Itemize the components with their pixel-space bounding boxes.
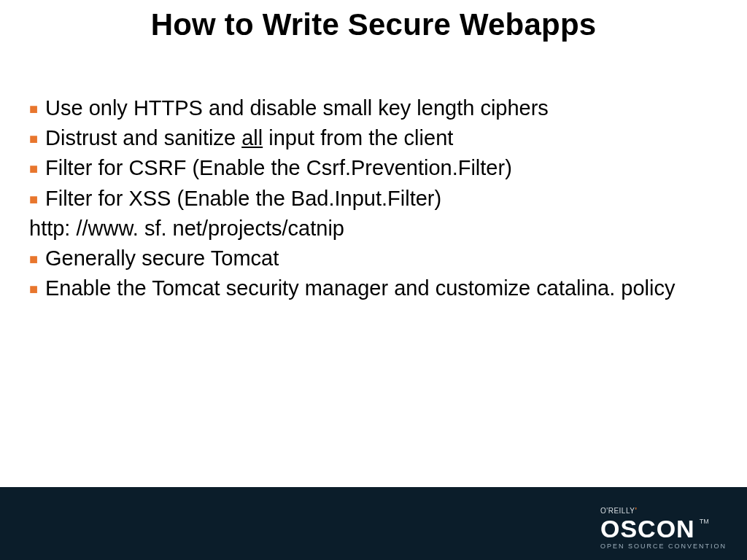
brand-row: OSCON TM (600, 516, 727, 541)
bullet-icon: ■ (29, 189, 45, 209)
bullet-icon: ■ (29, 128, 45, 149)
bullet-text: Use only HTTPS and disable small key len… (45, 96, 549, 120)
plain-text-line: http: //www. sf. net/projects/catnip (29, 214, 703, 244)
brand-block: O'REILLY' OSCON TM OPEN SOURCE CONVENTIO… (600, 507, 727, 550)
publisher-label: O'REILLY' (600, 507, 727, 515)
bullet-icon: ■ (29, 98, 45, 119)
bullet-item: ■Filter for CSRF (Enable the Csrf.Preven… (29, 153, 703, 183)
bullet-text: Filter for XSS (Enable the Bad.Input.Fil… (45, 187, 441, 210)
slide: How to Write Secure Webapps ■Use only HT… (0, 0, 747, 560)
conference-tagline: OPEN SOURCE CONVENTION (600, 542, 727, 550)
bullet-text-post: input from the client (263, 126, 453, 149)
bullet-icon: ■ (29, 249, 45, 269)
bullet-icon: ■ (29, 279, 45, 299)
slide-title: How to Write Secure Webapps (0, 7, 747, 42)
bullet-item: ■Filter for XSS (Enable the Bad.Input.Fi… (29, 184, 703, 214)
bullet-text-pre: Distrust and sanitize (45, 126, 241, 149)
publisher-text: O'REILLY (600, 507, 635, 515)
bullet-item: ■Use only HTTPS and disable small key le… (29, 93, 703, 123)
bullet-text-em: all (241, 126, 263, 149)
conference-name: OSCON (600, 516, 695, 541)
bullet-item: ■Distrust and sanitize all input from th… (29, 123, 703, 153)
tick-icon: ' (635, 507, 637, 515)
trademark-label: TM (700, 518, 709, 525)
bullet-text: Filter for CSRF (Enable the Csrf.Prevent… (45, 156, 512, 179)
bullet-text: Enable the Tomcat security manager and c… (45, 276, 675, 300)
bullet-text: Generally secure Tomcat (45, 246, 279, 270)
slide-body: ■Use only HTTPS and disable small key le… (29, 93, 703, 303)
footer-bar: O'REILLY' OSCON TM OPEN SOURCE CONVENTIO… (0, 487, 747, 560)
bullet-item: ■Generally secure Tomcat (29, 244, 703, 273)
bullet-item: ■Enable the Tomcat security manager and … (29, 273, 703, 303)
bullet-icon: ■ (29, 158, 45, 179)
